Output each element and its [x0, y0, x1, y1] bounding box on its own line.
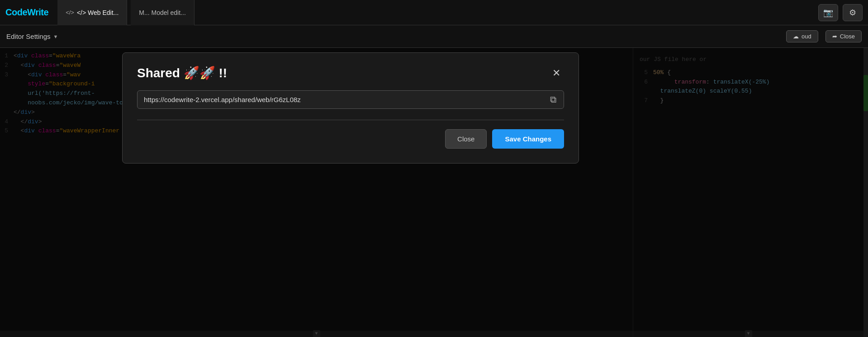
editor-settings-label: Editor Settings: [6, 33, 51, 40]
cloud-button[interactable]: ☁ oud: [786, 30, 818, 42]
topbar: CodeWrite </> </> Web Edit... M... Model…: [0, 0, 868, 25]
settings-bar: Editor Settings ▼ ☁ oud ➦ Close: [0, 25, 868, 48]
modal-header: Shared 🚀🚀 !! ✕: [137, 66, 564, 80]
shared-url-input[interactable]: [144, 96, 547, 103]
tab-model-editor[interactable]: M... Model edit...: [131, 0, 194, 25]
camera-icon: 📷: [823, 8, 833, 18]
gear-icon: ⚙: [849, 8, 856, 18]
editor-area: 1 <div class="waveWra 2 <div class="wave…: [0, 48, 868, 337]
topbar-right: 📷 ⚙: [818, 4, 863, 21]
settings-button[interactable]: ⚙: [843, 4, 863, 21]
cloud-icon: ☁: [793, 33, 799, 40]
save-changes-button[interactable]: Save Changes: [492, 129, 564, 149]
modal-title: Shared 🚀🚀 !!: [137, 66, 227, 80]
modal-close-x-button[interactable]: ✕: [549, 66, 564, 80]
copy-icon: ⧉: [550, 94, 556, 104]
app-logo: CodeWrite: [5, 7, 48, 18]
modal-actions: Close Save Changes: [137, 129, 564, 149]
shared-modal: Shared 🚀🚀 !! ✕ ⧉ Close Save Changes: [122, 52, 579, 164]
code-icon: </>: [66, 9, 74, 16]
close-editor-button[interactable]: ➦ Close: [825, 30, 862, 42]
shared-url-row: ⧉: [137, 90, 564, 109]
caret-down-icon: ▼: [53, 34, 58, 39]
editor-settings-menu[interactable]: Editor Settings ▼: [6, 33, 58, 40]
copy-url-button[interactable]: ⧉: [547, 93, 559, 107]
exit-icon: ➦: [832, 33, 837, 40]
screenshot-button[interactable]: 📷: [818, 4, 838, 21]
modal-divider: [137, 120, 564, 120]
tab-web-editor[interactable]: </> </> Web Edit...: [57, 0, 127, 25]
close-button[interactable]: Close: [445, 129, 487, 149]
modal-overlay: Shared 🚀🚀 !! ✕ ⧉ Close Save Changes: [0, 48, 868, 337]
